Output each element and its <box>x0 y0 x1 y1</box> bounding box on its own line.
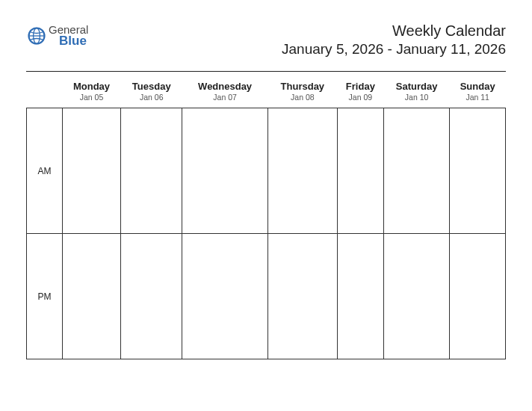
day-date: Jan 05 <box>63 93 121 102</box>
pm-row: PM <box>27 234 506 359</box>
day-name: Friday <box>337 81 383 92</box>
day-header-sunday: Sunday Jan 11 <box>450 78 506 108</box>
day-date: Jan 09 <box>337 93 383 102</box>
cell-pm-friday <box>337 234 383 359</box>
date-range: January 5, 2026 - January 11, 2026 <box>282 41 506 58</box>
day-date: Jan 06 <box>121 93 182 102</box>
cell-am-sunday <box>450 108 506 234</box>
cell-am-saturday <box>383 108 449 234</box>
logo-line-2: Blue <box>59 34 88 47</box>
day-header-saturday: Saturday Jan 10 <box>383 78 449 108</box>
weekly-calendar: Monday Jan 05 Tuesday Jan 06 Wednesday J… <box>26 78 506 359</box>
day-header-tuesday: Tuesday Jan 06 <box>121 78 182 108</box>
am-row: AM <box>27 108 506 234</box>
brand-logo: General Blue <box>26 22 88 47</box>
pm-label: PM <box>27 234 63 359</box>
cell-am-friday <box>337 108 383 234</box>
day-name: Saturday <box>383 81 449 92</box>
cell-pm-thursday <box>267 234 337 359</box>
day-header-monday: Monday Jan 05 <box>63 78 121 108</box>
day-date: Jan 07 <box>182 93 267 102</box>
am-label: AM <box>27 108 63 234</box>
day-name: Wednesday <box>182 81 267 92</box>
day-date: Jan 08 <box>267 93 337 102</box>
day-name: Tuesday <box>121 81 182 92</box>
cell-pm-monday <box>63 234 121 359</box>
day-header-friday: Friday Jan 09 <box>337 78 383 108</box>
cell-am-monday <box>63 108 121 234</box>
logo-text: General Blue <box>49 24 88 47</box>
day-name: Sunday <box>450 81 506 92</box>
cell-pm-tuesday <box>121 234 182 359</box>
globe-icon <box>26 25 47 46</box>
cell-pm-saturday <box>383 234 449 359</box>
page-title: Weekly Calendar <box>282 22 506 40</box>
cell-pm-wednesday <box>182 234 267 359</box>
header-row: Monday Jan 05 Tuesday Jan 06 Wednesday J… <box>27 78 506 108</box>
cell-pm-sunday <box>450 234 506 359</box>
day-date: Jan 11 <box>450 93 506 102</box>
corner-spacer <box>27 78 63 108</box>
cell-am-thursday <box>267 108 337 234</box>
day-header-wednesday: Wednesday Jan 07 <box>182 78 267 108</box>
cell-am-wednesday <box>182 108 267 234</box>
day-name: Monday <box>63 81 121 92</box>
day-header-thursday: Thursday Jan 08 <box>267 78 337 108</box>
day-date: Jan 10 <box>383 93 449 102</box>
cell-am-tuesday <box>121 108 182 234</box>
title-block: Weekly Calendar January 5, 2026 - Januar… <box>282 22 506 58</box>
header: General Blue Weekly Calendar January 5, … <box>26 22 506 58</box>
day-name: Thursday <box>267 81 337 92</box>
calendar-container: Monday Jan 05 Tuesday Jan 06 Wednesday J… <box>26 71 506 359</box>
